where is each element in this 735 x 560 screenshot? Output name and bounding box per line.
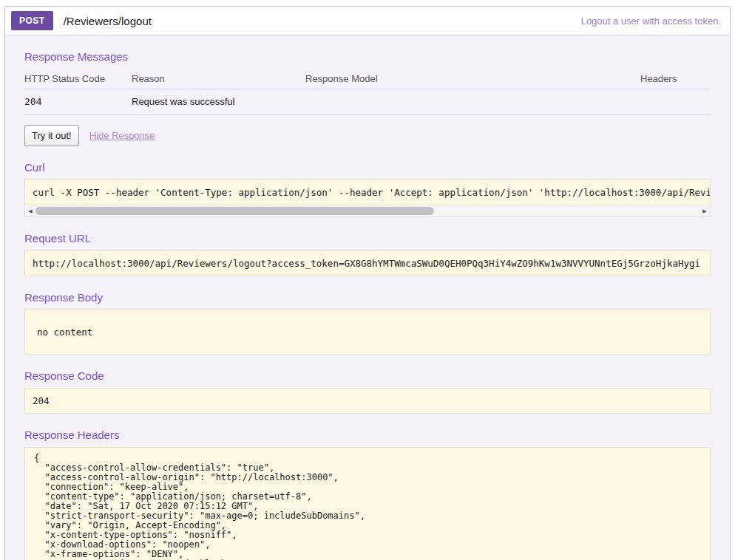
scrollbar-thumb[interactable] [35, 207, 434, 215]
column-header-response-model: Response Model [305, 69, 640, 89]
response-messages-heading: Response Messages [24, 50, 711, 63]
request-url-heading: Request URL [24, 232, 711, 245]
headers-cell [640, 89, 711, 115]
operation-path-link[interactable]: /Reviewers/logout [64, 15, 152, 27]
request-url-value: http://localhost:3000/api/Reviewers/logo… [24, 250, 711, 276]
response-code-value: 204 [24, 388, 711, 414]
curl-command: curl -X POST --header 'Content-Type: app… [24, 180, 711, 205]
operation-header[interactable]: POST /Reviewers/logout Logout a user wit… [5, 7, 730, 35]
actions-row: Try it out! Hide Response [24, 125, 711, 146]
scroll-left-arrow-icon[interactable]: ◀ [25, 205, 35, 216]
response-code-heading: Response Code [24, 369, 711, 382]
scrollbar-track[interactable] [35, 205, 700, 216]
response-model-cell [305, 89, 640, 115]
column-header-status-code: HTTP Status Code [24, 69, 132, 89]
reason-cell: Request was successful [132, 89, 305, 115]
response-headers-heading: Response Headers [24, 428, 711, 441]
column-header-reason: Reason [132, 69, 305, 89]
operation-body: Response Messages HTTP Status Code Reaso… [5, 35, 730, 560]
api-operation-panel: POST /Reviewers/logout Logout a user wit… [4, 6, 731, 560]
operation-description-link[interactable]: Logout a user with access token. [581, 16, 721, 27]
response-messages-table: HTTP Status Code Reason Response Model H… [24, 69, 711, 115]
scroll-right-arrow-icon[interactable]: ▶ [700, 205, 710, 216]
curl-heading: Curl [24, 161, 711, 174]
response-body-heading: Response Body [24, 291, 711, 304]
response-body-value: no content [24, 310, 711, 355]
hide-response-link[interactable]: Hide Response [89, 130, 155, 141]
try-it-out-button[interactable]: Try it out! [24, 125, 79, 146]
table-row: 204 Request was successful [24, 89, 711, 115]
response-headers-value: { "access-control-allow-credentials": "t… [24, 447, 711, 560]
curl-horizontal-scrollbar[interactable]: ◀ ▶ [24, 205, 711, 217]
column-header-headers: Headers [640, 69, 711, 89]
table-header-row: HTTP Status Code Reason Response Model H… [24, 69, 711, 89]
status-code-cell: 204 [24, 89, 132, 115]
curl-box-wrapper: curl -X POST --header 'Content-Type: app… [24, 180, 711, 217]
http-method-badge[interactable]: POST [11, 11, 53, 30]
page: POST /Reviewers/logout Logout a user wit… [0, 0, 735, 560]
